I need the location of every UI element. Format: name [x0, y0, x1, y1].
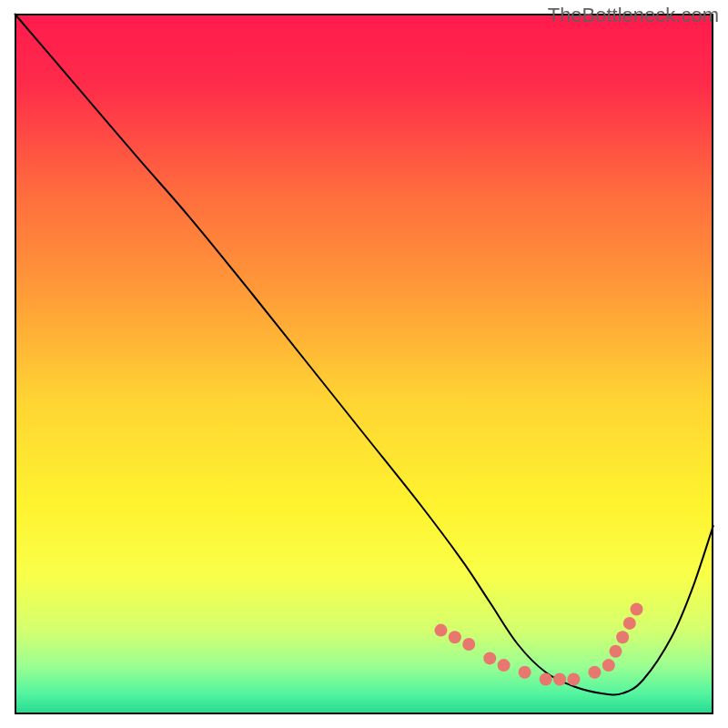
range-marker: [434, 624, 447, 637]
range-marker: [449, 631, 461, 643]
range-marker: [462, 638, 475, 651]
chart-svg: [15, 14, 713, 714]
range-markers: [434, 603, 642, 686]
range-marker: [483, 652, 496, 664]
range-marker: [498, 659, 511, 672]
range-marker: [519, 666, 531, 679]
attribution-label: TheBottleneck.com: [548, 4, 719, 27]
range-marker: [616, 631, 629, 643]
plot-area: [15, 14, 713, 714]
range-marker: [609, 645, 622, 658]
range-marker: [540, 673, 552, 686]
range-marker: [588, 666, 601, 679]
range-marker: [623, 617, 636, 630]
range-marker: [631, 603, 643, 616]
range-marker: [553, 673, 566, 686]
range-marker: [567, 673, 580, 686]
bottleneck-curve: [15, 14, 713, 695]
range-marker: [602, 659, 615, 672]
chart-container: TheBottleneck.com: [0, 0, 728, 728]
